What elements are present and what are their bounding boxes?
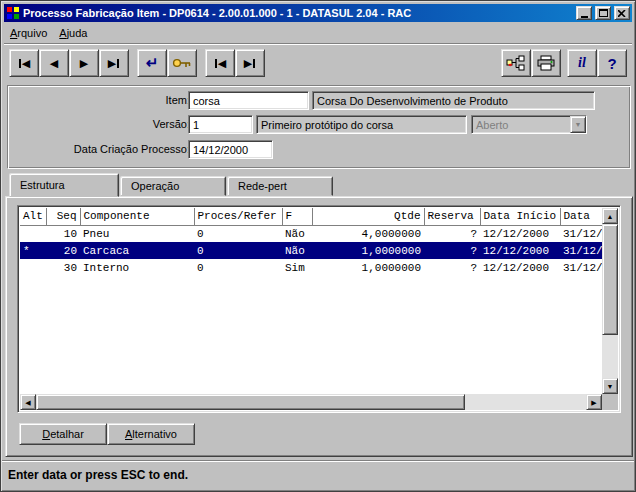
browse-viewport: Alt Seq Componente Proces/Refer F Qtde R… bbox=[20, 208, 602, 394]
arrow-up-icon: ▲ bbox=[607, 213, 614, 220]
status-combo[interactable]: Aberto ▼ bbox=[471, 115, 587, 134]
vertical-scroll-track[interactable] bbox=[602, 224, 618, 378]
maximize-button[interactable] bbox=[595, 6, 611, 20]
jump-last-button[interactable]: ▶ bbox=[235, 49, 265, 77]
column-header: Reserva bbox=[424, 208, 480, 225]
tab-rede-pert[interactable]: Rede-pert bbox=[227, 176, 333, 196]
jump-first-icon: ◀ bbox=[214, 58, 226, 69]
column-header: F bbox=[282, 208, 312, 225]
close-button[interactable] bbox=[614, 6, 630, 20]
column-header: Qtde bbox=[312, 208, 424, 225]
status-combo-button[interactable]: ▼ bbox=[570, 116, 586, 133]
jump-first-button[interactable]: ◀ bbox=[205, 49, 235, 77]
confirm-button[interactable]: ↵ bbox=[137, 49, 167, 77]
chevron-down-icon: ▼ bbox=[575, 121, 582, 128]
scroll-down-button[interactable]: ▼ bbox=[602, 378, 618, 394]
vertical-scrollbar[interactable]: ▲ ▼ bbox=[602, 208, 618, 394]
app-icon bbox=[6, 6, 20, 20]
close-icon bbox=[618, 10, 626, 17]
horizontal-scrollbar[interactable]: ◀ ▶ bbox=[20, 394, 602, 410]
tab-estrutura[interactable]: Estrutura bbox=[9, 173, 119, 197]
key-icon bbox=[172, 57, 192, 69]
table-header-row: Alt Seq Componente Proces/Refer F Qtde R… bbox=[20, 208, 602, 225]
enter-icon: ↵ bbox=[146, 54, 159, 72]
hierarchy-button[interactable] bbox=[501, 49, 531, 77]
menubar: Arquivo Ajuda bbox=[4, 24, 632, 42]
item-label: Item: bbox=[40, 94, 190, 106]
column-header: Alt bbox=[20, 208, 46, 225]
hierarchy-icon bbox=[506, 55, 526, 71]
last-record-icon: ▶ bbox=[108, 58, 120, 69]
minimize-button[interactable] bbox=[576, 6, 592, 20]
form-panel: Item: corsa Corsa Do Desenvolvimento de … bbox=[7, 85, 631, 169]
next-record-button[interactable]: ▶ bbox=[69, 49, 99, 77]
statusbar: Enter data or press ESC to end. bbox=[2, 460, 634, 490]
item-description-field: Corsa Do Desenvolvimento de Produto bbox=[312, 91, 595, 110]
print-icon bbox=[536, 55, 556, 71]
versao-description-field: Primeiro protótipo do corsa bbox=[256, 115, 467, 134]
maximize-icon bbox=[599, 9, 608, 17]
last-record-button[interactable]: ▶ bbox=[99, 49, 129, 77]
column-header: Data Início bbox=[480, 208, 560, 225]
window-title: Processo Fabricação Item - DP0614 - 2.00… bbox=[23, 7, 573, 19]
vertical-scroll-thumb[interactable] bbox=[602, 224, 618, 335]
column-header: Componente bbox=[80, 208, 194, 225]
tab-operacao[interactable]: Operação bbox=[120, 176, 226, 196]
status-message: Enter data or press ESC to end. bbox=[8, 468, 188, 482]
versao-label: Versão: bbox=[40, 118, 190, 130]
alternativo-button[interactable]: Alternativo bbox=[107, 423, 195, 445]
info-icon: il bbox=[578, 55, 586, 71]
table-row-selected[interactable]: * 20 Carcaca 0 Não 1,0000000 ? 12/12/200… bbox=[20, 242, 602, 259]
key-button[interactable] bbox=[167, 49, 197, 77]
app-window: Processo Fabricação Item - DP0614 - 2.00… bbox=[0, 0, 636, 492]
table-row[interactable]: 10 Pneu 0 Não 4,0000000 ? 12/12/2000 31/… bbox=[20, 225, 602, 242]
prev-record-icon: ◀ bbox=[50, 58, 58, 69]
minimize-icon bbox=[581, 16, 588, 18]
arrow-left-icon: ◀ bbox=[25, 399, 30, 406]
help-button[interactable]: ? bbox=[597, 49, 627, 77]
column-header: Data bbox=[560, 208, 602, 225]
versao-input[interactable]: 1 bbox=[188, 115, 253, 134]
item-input[interactable]: corsa bbox=[188, 91, 309, 110]
status-combo-value: Aberto bbox=[472, 116, 570, 133]
scroll-right-button[interactable]: ▶ bbox=[586, 394, 602, 410]
data-criacao-label: Data Criação Processo: bbox=[40, 143, 190, 155]
first-record-button[interactable]: ◀ bbox=[9, 49, 39, 77]
horizontal-scroll-track[interactable] bbox=[36, 394, 586, 410]
help-icon: ? bbox=[607, 55, 616, 72]
structure-table: Alt Seq Componente Proces/Refer F Qtde R… bbox=[20, 208, 602, 276]
menu-item-ajuda[interactable]: Ajuda bbox=[53, 25, 93, 41]
next-record-icon: ▶ bbox=[80, 58, 88, 69]
menu-item-arquivo[interactable]: Arquivo bbox=[4, 25, 53, 41]
column-header: Proces/Refer bbox=[194, 208, 282, 225]
toolbar: ◀ ◀ ▶ ▶ ↵ ◀ ▶ bbox=[4, 43, 632, 80]
jump-last-icon: ▶ bbox=[244, 58, 256, 69]
prev-record-button[interactable]: ◀ bbox=[39, 49, 69, 77]
table-row[interactable]: 30 Interno 0 Sim 1,0000000 ? 12/12/2000 … bbox=[20, 259, 602, 276]
arrow-right-icon: ▶ bbox=[591, 399, 596, 406]
detalhar-button[interactable]: Detalhar bbox=[19, 423, 107, 445]
column-header: Seq bbox=[46, 208, 80, 225]
horizontal-scroll-thumb[interactable] bbox=[36, 394, 465, 410]
scroll-up-button[interactable]: ▲ bbox=[602, 208, 618, 224]
arrow-down-icon: ▼ bbox=[607, 383, 614, 390]
titlebar: Processo Fabricação Item - DP0614 - 2.00… bbox=[4, 4, 632, 22]
browse-table: Alt Seq Componente Proces/Refer F Qtde R… bbox=[17, 205, 621, 413]
print-button[interactable] bbox=[531, 49, 561, 77]
scroll-left-button[interactable]: ◀ bbox=[20, 394, 36, 410]
data-criacao-input[interactable]: 14/12/2000 bbox=[188, 140, 273, 159]
info-button[interactable]: il bbox=[567, 49, 597, 77]
scrollbar-corner bbox=[602, 394, 618, 410]
first-record-icon: ◀ bbox=[18, 58, 30, 69]
